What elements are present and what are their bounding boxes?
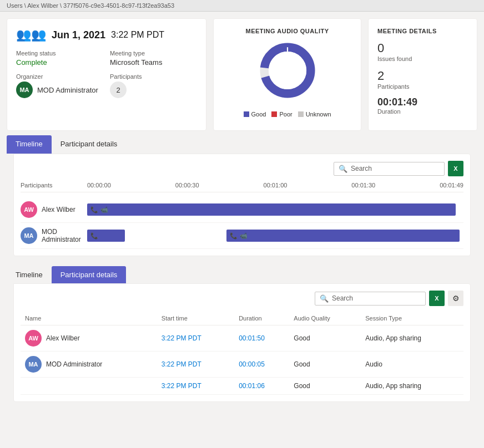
audio-legend: Good Poor Unknown	[244, 111, 331, 118]
timeline-row-alex: AW Alex Wilber 📞 📹	[21, 197, 463, 223]
gear-icon[interactable]: ⚙	[448, 291, 463, 306]
avatar-mod-table: MA	[25, 356, 42, 373]
timeline-participant-alex: AW Alex Wilber	[21, 201, 87, 218]
svg-rect-5	[271, 111, 277, 117]
legend-poor: Poor	[271, 111, 292, 118]
meeting-header: 👥👥 Jun 1, 2021 3:22 PM PDT	[16, 28, 197, 42]
phone-icon: 📞	[90, 206, 98, 213]
mod-start-time: 3:22 PM PDT	[157, 352, 234, 378]
track-bar-mod-2: 📞 📹	[226, 230, 460, 242]
legend-good: Good	[244, 111, 266, 118]
meeting-status-label: Meeting status	[16, 50, 103, 57]
meeting-time: 3:22 PM PDT	[111, 30, 164, 40]
table-row-alex: AW Alex Wilber 3:22 PM PDT 00:01:50 Good…	[21, 325, 463, 352]
video-icon-2: 📹	[240, 232, 248, 240]
phone-icon-2: 📞	[90, 232, 98, 240]
timeline-participant-mod: MA MOD Administrator	[21, 227, 87, 244]
timeline-section: Timeline Participant details 🔍 Search X …	[0, 135, 484, 266]
mod-sub-start-time: 3:22 PM PDT	[157, 378, 234, 395]
audio-quality-title: MEETING AUDIO QUALITY	[245, 28, 329, 34]
participant-tabs-bar: Timeline Participant details	[7, 266, 477, 283]
search-icon-2: 🔍	[320, 294, 329, 303]
avatar-alex-table: AW	[25, 330, 42, 347]
participants-label: Participants	[110, 73, 197, 80]
details-table-header: Name Start time Duration Audio Quality S…	[21, 312, 463, 325]
meeting-status-value: Complete	[16, 58, 103, 67]
participants-badge: 2	[110, 82, 127, 98]
donut-chart	[257, 40, 318, 101]
timeline-tabs-bar: Timeline Participant details	[7, 135, 477, 154]
mod-duration: 00:00:05	[234, 352, 289, 378]
meeting-info-card: 👥👥 Jun 1, 2021 3:22 PM PDT Meeting statu…	[7, 18, 206, 131]
svg-rect-4	[244, 111, 249, 117]
tab-timeline-1[interactable]: Timeline	[7, 135, 52, 154]
timeline-row-mod: MA MOD Administrator 📞 📞 📹	[21, 223, 463, 249]
issues-label: Issues found	[377, 55, 468, 62]
organizer-field: Organizer MA MOD Administrator	[16, 73, 103, 98]
meeting-icon: 👥👥	[16, 28, 46, 42]
participants-count: 2	[377, 69, 468, 83]
avatar-alex: AW	[21, 201, 37, 218]
alex-duration: 00:01:50	[234, 325, 289, 352]
svg-rect-6	[298, 111, 304, 117]
timeline-track-alex: 📞 📹	[87, 202, 463, 217]
meeting-date: Jun 1, 2021	[52, 29, 105, 41]
meeting-type-field: Meeting type Microsoft Teams	[110, 50, 197, 67]
mod-audio-quality: Good	[289, 352, 361, 378]
phone-icon-3: 📞	[230, 232, 238, 240]
legend-unknown-icon	[298, 111, 304, 117]
mod-sub-audio-quality: Good	[289, 378, 361, 395]
details-search-input[interactable]: 🔍 Search	[315, 292, 426, 306]
organizer-label: Organizer	[16, 73, 103, 80]
organizer-row: MA MOD Administrator	[16, 82, 103, 98]
col-duration: Duration	[234, 312, 289, 325]
excel-export-icon-2[interactable]: X	[429, 291, 445, 306]
col-audio-quality: Audio Quality	[289, 312, 361, 325]
timeline-col-times: 00:00:00 00:00:30 00:01:00 00:01:30 00:0…	[87, 182, 463, 189]
col-start-time: Start time	[157, 312, 234, 325]
svg-point-2	[268, 52, 306, 89]
participants-field: Participants 2	[110, 73, 197, 98]
meeting-type-label: Meeting type	[110, 50, 197, 57]
mod-sub-duration-link[interactable]: 00:01:06	[239, 382, 265, 390]
participant-details-section: Timeline Participant details 🔍 Search X …	[0, 266, 484, 412]
meeting-details-card: MEETING DETAILS 0 Issues found 2 Partici…	[368, 18, 477, 131]
mod-sub-start-time-link[interactable]: 3:22 PM PDT	[162, 382, 201, 390]
col-session-type: Session Type	[361, 312, 463, 325]
alex-duration-link[interactable]: 00:01:50	[239, 334, 265, 342]
legend-unknown: Unknown	[298, 111, 331, 118]
table-row-mod: MA MOD Administrator 3:22 PM PDT 00:00:0…	[21, 352, 463, 378]
table-row-mod-sub: 3:22 PM PDT 00:01:06 Good Audio, App sha…	[21, 378, 463, 395]
mod-duration-link[interactable]: 00:00:05	[239, 360, 265, 368]
tab-participant-details-2[interactable]: Participant details	[52, 266, 127, 283]
donut-svg	[257, 40, 318, 101]
alex-session-type: Audio, App sharing	[361, 325, 463, 352]
col-name: Name	[21, 312, 157, 325]
audio-quality-card: MEETING AUDIO QUALITY Good Poor	[213, 18, 361, 131]
tab-participant-details-1[interactable]: Participant details	[52, 135, 127, 154]
mod-session-type: Audio	[361, 352, 463, 378]
track-bar-alex-1: 📞 📹	[87, 203, 456, 216]
organizer-avatar: MA	[16, 82, 33, 98]
mod-name-cell: MA MOD Administrator	[21, 352, 157, 378]
mod-sub-session-type: Audio, App sharing	[361, 378, 463, 395]
timeline-col-participants: Participants	[21, 182, 87, 189]
legend-good-icon	[244, 111, 249, 117]
excel-export-icon[interactable]: X	[448, 161, 463, 176]
timeline-track-mod: 📞 📞 📹	[87, 228, 463, 243]
search-icon: 🔍	[339, 165, 347, 173]
alex-name-cell: AW Alex Wilber	[21, 325, 157, 352]
participant-details-panel: 🔍 Search X ⚙ Name Start time Duration Au…	[13, 283, 471, 402]
issues-count: 0	[377, 41, 468, 55]
tab-timeline-2[interactable]: Timeline	[7, 266, 52, 283]
timeline-panel: 🔍 Search X Participants 00:00:00 00:00:3…	[13, 154, 471, 256]
alex-audio-quality: Good	[289, 325, 361, 352]
meeting-status-field: Meeting status Complete	[16, 50, 103, 67]
top-cards-section: 👥👥 Jun 1, 2021 3:22 PM PDT Meeting statu…	[0, 12, 484, 135]
timeline-search-input[interactable]: 🔍 Search	[334, 162, 445, 176]
video-icon: 📹	[100, 206, 108, 213]
details-search-bar: 🔍 Search X ⚙	[21, 291, 463, 306]
legend-poor-icon	[271, 111, 277, 117]
mod-start-time-link[interactable]: 3:22 PM PDT	[162, 360, 201, 368]
alex-start-time-link[interactable]: 3:22 PM PDT	[162, 334, 201, 342]
